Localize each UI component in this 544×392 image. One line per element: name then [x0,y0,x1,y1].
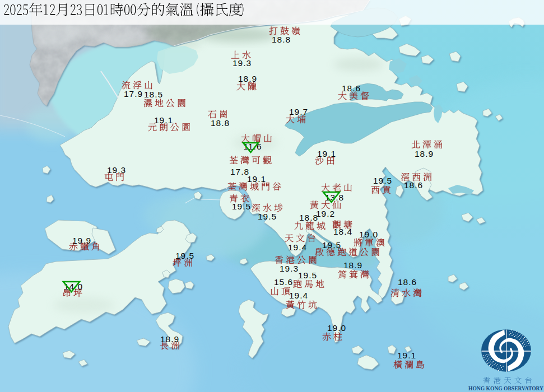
svg-text:18.6: 18.6 [404,180,423,190]
svg-text:19.1: 19.1 [154,115,173,125]
svg-text:17.9: 17.9 [124,89,143,99]
svg-text:18.8: 18.8 [272,35,291,44]
svg-text:18.9: 18.9 [160,334,179,344]
svg-text:19.3: 19.3 [233,58,252,68]
svg-text:19.1: 19.1 [247,174,266,184]
svg-text:19.5: 19.5 [258,212,277,221]
svg-text:HONG KONG OBSERVATORY: HONG KONG OBSERVATORY [468,385,543,391]
svg-text:19.2: 19.2 [316,209,335,218]
svg-text:19.0: 19.0 [327,323,346,333]
svg-text:19.5: 19.5 [232,202,251,211]
svg-text:18.6: 18.6 [398,277,417,287]
svg-text:19.1: 19.1 [317,149,336,158]
svg-text:19.0: 19.0 [359,230,378,239]
svg-text:18.5: 18.5 [144,90,163,99]
svg-text:19.4: 19.4 [289,291,308,300]
svg-text:18.9: 18.9 [415,149,434,158]
svg-text:19.3: 19.3 [107,165,126,175]
svg-text:19.9: 19.9 [72,236,91,245]
svg-text:18.8: 18.8 [299,213,318,222]
svg-text:19.3: 19.3 [280,264,299,273]
svg-text:18.4: 18.4 [333,227,352,236]
svg-text:19.5: 19.5 [322,240,341,250]
svg-text:19.5: 19.5 [373,176,392,185]
svg-text:18.9: 18.9 [238,74,257,83]
svg-text:19.1: 19.1 [397,351,416,360]
svg-text:19.7: 19.7 [289,107,308,116]
svg-text:18.9: 18.9 [343,260,362,270]
svg-text:19.4: 19.4 [288,242,307,252]
svg-text:18.8: 18.8 [211,118,230,128]
svg-text:15.6: 15.6 [274,277,293,287]
svg-text:19.5: 19.5 [175,251,194,260]
svg-text:18.6: 18.6 [342,83,361,93]
svg-text:19.5: 19.5 [298,270,317,280]
